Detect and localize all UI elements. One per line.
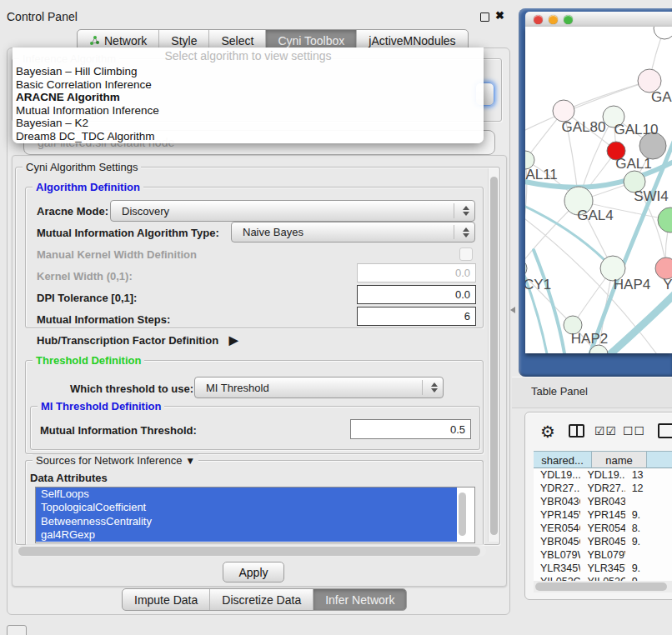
table-cell: 8. [625,522,672,535]
kernel-width-field[interactable]: 0.0 [357,263,476,282]
collapse-down-arrow-icon[interactable]: ▼ [185,455,195,467]
table-settings-gear-icon[interactable]: ⚙ [540,422,555,442]
settings-vertical-scrollbar-thumb[interactable] [490,177,498,535]
manual-kernel-checkbox[interactable] [459,248,473,261]
network-window-titlebar[interactable] [525,12,672,27]
show-columns-icon[interactable] [569,424,584,438]
tab-label: Style [171,34,197,48]
network-node-label: HAP4 [614,277,650,292]
tab-label: Discretize Data [222,593,301,607]
data-attribute-item[interactable]: SelfLoops [36,488,457,501]
mi-type-value: Naive Bayes [243,226,303,238]
data-attribute-item[interactable]: BetweennessCentrality [36,515,457,528]
table-row[interactable]: YBR043CYBR043C [534,495,672,508]
mi-steps-value: 6 [464,310,470,322]
tab-discretize-data[interactable]: Discretize Data [210,589,313,610]
column-header[interactable]: name [592,451,647,468]
unselect-all-columns-icon[interactable]: ☐☐ [623,424,645,438]
table-cell: 9. [625,508,672,522]
dropdown-item[interactable]: ARACNE Algorithm [13,91,484,104]
spinner-arrows-icon [463,228,469,238]
table-cell: 9. [625,562,672,575]
table-cell: YBL079W [534,548,580,562]
table-cell: 9. [625,535,672,548]
dropdown-item[interactable]: Bayesian – Hill Climbing [13,65,484,78]
table-cell: YDR27... [534,482,580,495]
dropdown-item[interactable]: Mutual Information Inference [13,104,484,118]
network-node-label: GAL [651,89,672,105]
splitter-collapse-left-icon[interactable] [510,307,515,313]
table-cell: YIL052C [534,575,580,581]
dropdown-item[interactable]: Bayesian – K2 [13,117,484,130]
which-threshold-label: Which threshold to use: [70,382,193,395]
list-scrollbar-thumb[interactable] [459,492,466,536]
network-node-label: GAL11 [525,167,558,182]
table-row[interactable]: YDR27...YDR27...12 [534,482,672,495]
mi-threshold-value: 0.5 [450,423,465,436]
mi-threshold-label: Mutual Information Threshold: [40,424,197,437]
table-row[interactable]: YLR345WYLR345W9. [534,562,672,575]
table-cell: 9. [625,575,672,581]
dropdown-item[interactable]: Dream8 DC_TDC Algorithm [13,130,484,143]
minimize-traffic-light-icon[interactable] [549,15,558,24]
mi-type-select[interactable]: Naive Bayes [231,222,475,242]
table-row[interactable]: YPR145WYPR145W9. [534,508,672,522]
apply-button[interactable]: Apply [223,562,284,582]
network-node-label: HAP2 [571,331,608,347]
cyni-bottom-tabs: Impute DataDiscretize DataInfer Network [122,588,407,611]
table-horizontal-scrollbar[interactable] [534,581,672,592]
panel-title: Control Panel [7,10,78,23]
aracne-mode-value: Discovery [122,205,169,218]
close-traffic-light-icon[interactable] [534,15,543,24]
which-threshold-value: MI Threshold [206,382,269,394]
which-threshold-select[interactable]: MI Threshold [194,377,444,398]
sources-group-label[interactable]: Sources for Network Inference ▼ [33,454,198,468]
data-attributes-label: Data Attributes [30,472,108,484]
expander-right-arrow-icon[interactable]: ▶ [229,333,238,347]
table-row[interactable]: YER054CYER054C8. [534,522,672,535]
mi-steps-field[interactable]: 6 [357,307,476,326]
table-horizontal-scrollbar-thumb[interactable] [535,582,667,591]
tab-infer-network[interactable]: Infer Network [313,589,406,610]
data-attributes-list[interactable]: SelfLoopsTopologicalCoefficientBetweenne… [35,487,475,543]
hub-definition-label: Hub/Transcription Factor Definition [37,334,218,347]
table-cell: YDR27... [580,482,624,495]
column-header[interactable]: shared... [534,451,592,468]
close-icon[interactable]: ✖ [495,9,504,22]
table-body: YDL19...YDL19...13YDR27...YDR27...12YBR0… [534,468,672,581]
table-row[interactable]: YBL079WYBL079W [534,548,672,562]
mi-steps-label: Mutual Information Steps: [37,313,170,326]
kernel-width-label: Kernel Width (0,1): [37,270,133,282]
aracne-mode-select[interactable]: Discovery [110,200,475,222]
zoom-traffic-light-icon[interactable] [564,15,573,24]
data-attribute-item[interactable]: TopologicalCoefficient [36,501,457,514]
spinner-arrows-icon [431,382,438,392]
float-window-icon[interactable] [480,12,489,22]
table-header-row: shared...nameA [534,451,672,468]
table-row[interactable]: YBR045CYBR045C9. [534,535,672,548]
network-node[interactable] [654,27,672,39]
data-attribute-item[interactable]: gal4RGexp [36,528,457,542]
settings-horizontal-scrollbar-thumb[interactable] [18,547,480,556]
network-node[interactable] [658,208,672,232]
hub-definition-expander[interactable]: Hub/Transcription Factor Definition ▶ [37,333,238,347]
network-view-canvas[interactable]: GALGAL80GAL10GAL1GAL11SWI4GAL4GCY1HAP4YH… [525,27,672,353]
table-cell [625,548,672,562]
settings-horizontal-scrollbar[interactable] [17,545,486,557]
table-row[interactable]: YDL19...YDL19...13 [534,468,672,482]
table-cell: YBL079W [580,548,624,562]
select-all-columns-icon[interactable]: ☑☑ [594,424,617,438]
dropdown-prompt[interactable]: Select algorithm to view settings [13,48,484,65]
settings-vertical-scrollbar[interactable] [488,168,499,542]
dpi-tolerance-field[interactable]: 0.0 [357,285,476,304]
create-column-icon[interactable] [658,423,672,438]
column-header[interactable]: A [647,451,672,468]
collapsed-panel-button[interactable] [7,625,27,635]
apply-button-label: Apply [238,566,268,579]
dropdown-item[interactable]: Basic Correlation Inference [13,78,484,92]
tab-impute-data[interactable]: Impute Data [123,589,210,610]
network-node-label: GAL4 [577,208,613,223]
table-row[interactable]: YIL052CYIL052C9. [534,575,672,581]
mi-threshold-field[interactable]: 0.5 [350,419,471,439]
table-cell [625,495,672,508]
